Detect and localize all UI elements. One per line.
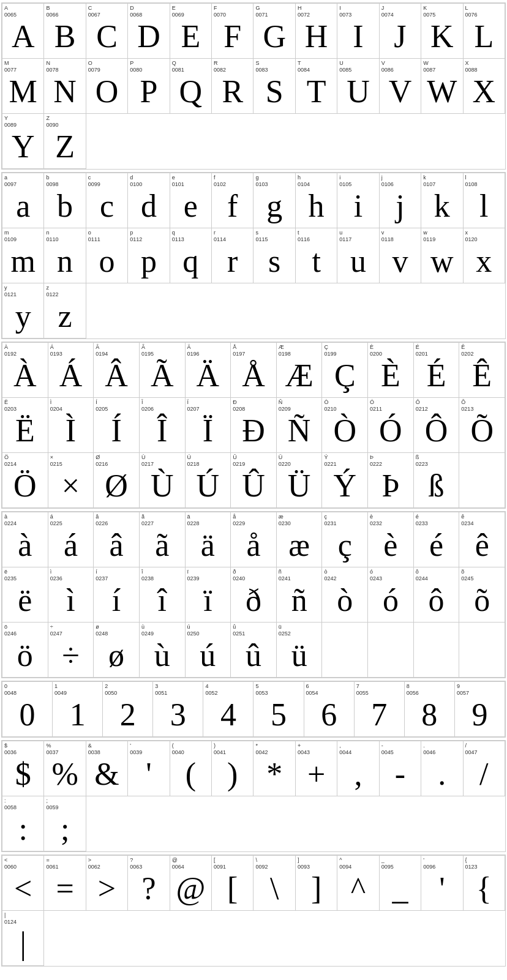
glyph-cell: a 0097a [2, 173, 44, 228]
glyph-cell: É 0201É [414, 343, 460, 398]
glyph-label: ó 0243 [370, 569, 411, 582]
glyph-character [461, 624, 503, 675]
glyph-label: ç 0231 [324, 514, 366, 527]
glyph-cell: Q 0081Q [170, 59, 212, 114]
glyph-cell: S 0083S [254, 59, 295, 114]
glyph-cell: A 0065A [2, 4, 44, 59]
glyph-cell [368, 623, 414, 678]
glyph-character: í [96, 582, 137, 619]
glyph-character: \ [255, 870, 293, 908]
glyph-cell: è 0232è [368, 512, 414, 567]
glyph-label: Õ 0213 [461, 399, 503, 413]
glyph-cell: Ø 0216Ø [94, 453, 140, 508]
glyph-cell: Ü 0220Ü [277, 453, 323, 508]
glyph-label: e 0101 [172, 174, 209, 188]
glyph-label: Ú 0218 [187, 454, 229, 468]
glyph-cell: ó 0243ó [368, 567, 414, 623]
glyph-character: i [339, 188, 377, 225]
glyph-cell: \ 0092\ [254, 856, 295, 911]
glyph-character: U [339, 73, 377, 111]
glyph-cell: ÷ 0247÷ [48, 623, 94, 678]
glyph-label: Ý 0221 [324, 454, 366, 468]
glyph-character: Ò [324, 413, 366, 450]
glyph-label: - 0045 [381, 742, 419, 756]
glyph-character: Q [172, 73, 209, 111]
glyph-label: 9 0057 [457, 683, 503, 697]
glyph-label: Û 0219 [233, 454, 274, 468]
glyph-label: Q 0081 [172, 60, 209, 73]
glyph-label: q 0113 [172, 230, 209, 243]
accented-lower-section: à 0224àá 0225áâ 0226âã 0227ãä 0228äå 022… [1, 511, 506, 678]
glyph-character: K [423, 18, 460, 56]
glyph-character: Ä [187, 357, 229, 395]
glyph-character: / [465, 756, 503, 793]
glyph-character: [ [214, 870, 251, 908]
glyph-label: T 0084 [298, 60, 335, 73]
glyph-label: t 0116 [298, 230, 335, 243]
glyph-cell: 2 00502 [103, 682, 153, 737]
glyph-cell: h 0104h [296, 173, 337, 228]
glyph-label: H 0072 [298, 5, 335, 18]
glyph-cell: [ 0091[ [212, 856, 254, 911]
glyph-character: z [46, 298, 83, 335]
glyph-label: Ö 0214 [4, 454, 46, 468]
glyph-character: ä [187, 527, 229, 564]
glyph-label: Í 0205 [96, 399, 137, 413]
glyph-label: b 0098 [46, 174, 83, 188]
glyph-cell: ö 0246ö [2, 623, 48, 678]
glyph-label: z 0122 [46, 285, 83, 298]
glyph-character: R [214, 73, 251, 111]
glyph-label: R 0082 [214, 60, 251, 73]
glyph-cell: × 0215× [48, 453, 94, 508]
glyph-cell: ñ 0241ñ [277, 567, 323, 623]
glyph-label: ? 0063 [130, 857, 167, 870]
glyph-label: c 0099 [88, 174, 126, 188]
lowercase-section: a 0097ab 0098bc 0099cd 0100de 0101ef 010… [1, 172, 506, 339]
glyph-character: F [214, 18, 251, 56]
glyph-cell: Ð 0208Ð [231, 398, 277, 453]
glyph-character: Ô [416, 413, 457, 450]
glyph-character: Ó [370, 413, 411, 450]
glyph-cell: N 0078N [44, 59, 86, 114]
glyph-character: ã [141, 527, 183, 564]
glyph-cell: ü 0252ü [277, 623, 323, 678]
glyph-label: K 0075 [423, 5, 460, 18]
glyph-character: Y [4, 129, 42, 166]
glyph-character: q [172, 243, 209, 280]
glyph-character: e [172, 188, 209, 225]
glyph-cell: $ 0036$ [2, 741, 44, 796]
glyph-character: C [88, 18, 126, 56]
glyph-character: Ì [50, 413, 92, 450]
glyph-cell: O 0079O [86, 59, 128, 114]
glyph-label: ô 0244 [416, 569, 457, 582]
glyph-label: x 0120 [465, 230, 503, 243]
glyph-cell: ' 0039' [128, 741, 170, 796]
glyph-label: J 0074 [381, 5, 419, 18]
glyph-character: W [423, 73, 460, 111]
glyph-character: × [50, 468, 92, 505]
glyph-character: ç [324, 527, 366, 564]
glyph-label: v 0118 [381, 230, 419, 243]
glyph-label: ú 0250 [187, 624, 229, 637]
glyph-label: g 0103 [255, 174, 293, 188]
glyph-label: È 0200 [370, 344, 411, 357]
glyph-label: ( 0040 [172, 742, 209, 756]
specials2-grid: < 0060<= 0061=> 0062>? 0063?@ 0064@[ 009… [2, 855, 505, 966]
glyph-label: A 0065 [4, 5, 42, 18]
glyph-character: : [4, 811, 42, 848]
glyph-label: Ì 0204 [50, 399, 92, 413]
glyph-label: ø 0248 [96, 624, 137, 637]
glyph-character: ù [141, 637, 183, 675]
glyph-label: À 0192 [4, 344, 46, 357]
glyph-cell: ø 0248ø [94, 623, 140, 678]
glyph-character: Â [96, 357, 137, 395]
glyph-cell: j 0106j [380, 173, 421, 228]
glyph-character: a [4, 188, 42, 225]
glyph-character: Î [141, 413, 183, 450]
glyph-label: Ó 0211 [370, 399, 411, 413]
glyph-cell: å 0229å [231, 512, 277, 567]
glyph-character: l [465, 188, 503, 225]
glyph-character: - [381, 756, 419, 793]
glyph-cell: n 0110n [44, 228, 86, 283]
glyph-cell: : 0058: [2, 796, 44, 851]
